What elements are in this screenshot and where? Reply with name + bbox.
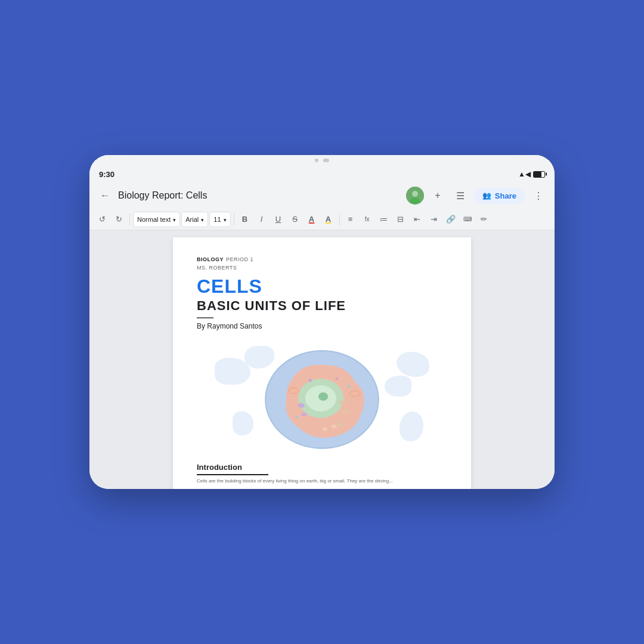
indent-increase-icon: ⇥ [431,215,437,224]
bullet-list-icon: ≔ [380,215,388,224]
accessibility-button[interactable]: ⌨ [460,212,475,227]
svg-point-12 [323,428,327,431]
document-page: BIOLOGY PERIOD 1 MS. ROBERTS CELLS BASIC… [173,237,471,489]
share-label: Share [495,191,516,200]
chevron-down-icon-2 [201,216,204,223]
redo-button[interactable]: ↻ [111,212,126,227]
bold-button[interactable]: B [237,212,253,227]
doc-teacher: MS. ROBERTS [197,265,447,271]
cell-diagram-svg [256,340,388,450]
chat-icon: ☰ [456,190,465,202]
font-size-label: 11 [213,216,221,223]
plus-icon: + [435,190,440,201]
doc-period: PERIOD 1 [226,256,253,262]
svg-point-15 [308,379,312,382]
svg-point-10 [342,409,349,414]
chevron-down-icon-3 [224,216,227,223]
text-style-select[interactable]: Normal text [133,212,180,227]
intro-heading: Introduction [197,463,447,472]
svg-point-9 [339,400,347,405]
document-area: BIOLOGY PERIOD 1 MS. ROBERTS CELLS BASIC… [89,230,555,489]
svg-point-18 [296,416,299,419]
app-header: ← Biology Report: Cells + ☰ 👥 Share [89,182,555,209]
underline-button[interactable]: U [271,212,286,227]
numbered-list-icon: ⊟ [397,215,404,224]
toolbar-divider-2 [234,213,234,225]
link-button[interactable]: 🔗 [443,212,459,227]
tablet: 9:30 ▲◀ ← Biology Report: Cells + [89,155,555,489]
text-color-button[interactable]: A [304,212,320,227]
toolbar: ↺ ↻ Normal text Arial 11 B I U S A A ≡ f… [89,209,555,230]
font-select[interactable]: Arial [181,212,208,227]
undo-button[interactable]: ↺ [94,212,110,227]
avatar-image [406,187,424,205]
svg-point-13 [349,391,360,397]
intro-text: Cells are the building blocks of every l… [197,478,447,484]
svg-point-1 [412,191,418,197]
chat-button[interactable]: ☰ [451,187,469,205]
svg-point-16 [336,377,339,380]
add-collaborator-button[interactable]: + [429,187,447,205]
back-arrow-icon: ← [100,190,110,201]
svg-point-8 [301,413,307,416]
indent-increase-button[interactable]: ⇥ [426,212,442,227]
cell-illustration [197,340,447,453]
link-icon: 🔗 [446,215,456,224]
svg-point-19 [338,423,342,426]
svg-point-2 [410,198,420,204]
sensor [323,159,329,162]
doc-title-divider [197,317,213,318]
doc-author: By Raymond Santos [197,322,447,330]
doc-subtitle: BASIC UNITS OF LIFE [197,298,447,314]
indent-decrease-icon: ⇤ [414,215,420,224]
pen-button[interactable]: ✏ [476,212,492,227]
italic-button[interactable]: I [254,212,270,227]
toolbar-divider-1 [129,213,130,225]
bullet-list-button[interactable]: ≔ [376,212,392,227]
doc-main-title: CELLS [197,277,447,296]
svg-point-6 [318,392,328,401]
status-icons: ▲◀ [518,170,545,178]
status-bar: 9:30 ▲◀ [89,166,555,182]
doc-subject: BIOLOGY [197,256,224,262]
tablet-top-bar [89,155,555,166]
svg-point-14 [289,388,298,394]
pen-icon: ✏ [481,215,487,224]
more-vertical-icon: ⋮ [534,190,543,202]
numbered-list-button[interactable]: ⊟ [393,212,408,227]
battery-icon [533,171,545,178]
svg-point-11 [331,425,337,428]
toolbar-divider-3 [339,213,340,225]
back-button[interactable]: ← [97,187,113,204]
svg-point-7 [298,403,305,408]
intro-underline [197,474,268,475]
format-button[interactable]: fx [360,212,375,227]
font-label: Arial [185,216,199,223]
svg-point-17 [348,385,351,388]
align-icon: ≡ [348,215,353,224]
more-options-button[interactable]: ⋮ [530,187,547,205]
indent-decrease-button[interactable]: ⇤ [410,212,425,227]
text-color-icon: A [309,215,314,224]
camera-dot [315,159,318,162]
doc-metadata-row: BIOLOGY PERIOD 1 [197,256,447,262]
battery-fill [534,172,541,177]
header-actions: + ☰ 👥 Share ⋮ [406,187,547,205]
highlight-button[interactable]: A [321,212,336,227]
strikethrough-button[interactable]: S [287,212,303,227]
wifi-icon: ▲◀ [518,170,531,178]
avatar[interactable] [406,187,424,205]
align-button[interactable]: ≡ [343,212,358,227]
text-style-label: Normal text [137,216,171,223]
font-size-select[interactable]: 11 [209,212,230,227]
document-title: Biology Report: Cells [118,190,401,201]
highlight-icon: A [326,215,331,224]
status-time: 9:30 [99,170,114,179]
share-button[interactable]: 👥 Share [474,188,525,204]
chevron-down-icon [173,216,176,223]
share-icon: 👥 [482,191,491,200]
